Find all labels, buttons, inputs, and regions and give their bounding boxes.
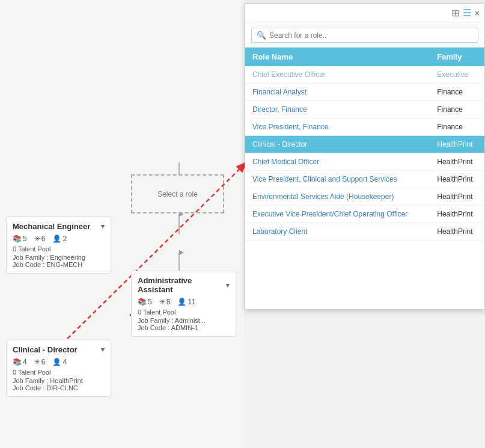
close-button[interactable]: × [475,8,480,18]
chevron-down-icon[interactable]: ▾ [226,281,230,289]
table-row[interactable]: Executive Vice President/Chief Operating… [245,206,484,223]
family-cell: Finance [430,101,484,118]
search-icon: 🔍 [257,31,266,40]
role-name-cell: Financial Analyst [245,84,430,101]
role-name-cell: Chief Executive Officer [245,66,430,84]
role-name-cell: Vice President, Clinical and Support Ser… [245,171,430,188]
card-title: Administrative Assistant [138,276,226,294]
search-input[interactable] [269,31,473,40]
family-cell: HealthPrint [430,223,484,241]
family-cell: Executive [430,66,484,84]
role-name-cell: Laboratory Client [245,223,430,241]
col-family: Family [430,48,484,66]
table-row[interactable]: Laboratory ClientHealthPrint [245,223,484,241]
table-row[interactable]: Environmental Services Aide (Housekeeper… [245,188,484,206]
chevron-down-icon[interactable]: ▾ [101,346,105,354]
search-bar: 🔍 [245,23,484,48]
role-picker-panel: ⊞ ☰ × 🔍 Role Name Family Chief Executive… [245,3,485,310]
table-row[interactable]: Financial AnalystFinance [245,84,484,101]
family-cell: HealthPrint [430,153,484,171]
role-name-cell: Director, Finance [245,101,430,118]
table-row[interactable]: Chief Medical OfficerHealthPrint [245,153,484,171]
list-view-icon[interactable]: ☰ [463,7,471,19]
card-icons: 📚 5 ✳ 8 👤 11 [138,298,230,306]
search-input-wrap[interactable]: 🔍 [251,28,478,43]
job-card-admin-assistant[interactable]: Administrative Assistant ▾ 📚 5 ✳ 8 👤 11 … [131,271,236,337]
gear-icon: ✳ 8 [159,298,171,306]
family-cell: HealthPrint [430,206,484,223]
card-icons: 📚 4 ✳ 6 👤 4 [13,358,105,366]
job-code: Job Code : DIR-CLNC [13,384,105,391]
panel-header: ⊞ ☰ × [245,4,484,23]
book-icon: 📚 5 [13,235,27,243]
role-name-cell: Vice President, Finance [245,118,430,136]
job-card-mech-engineer[interactable]: Mechanical Engineer ▾ 📚 5 ✳ 6 👤 2 0 Tale… [6,216,111,274]
chevron-down-icon[interactable]: ▾ [101,222,105,230]
family-cell: HealthPrint [430,188,484,206]
select-role-placeholder[interactable]: Select a role [131,174,224,213]
talent-pool: 0 Talent Pool [13,369,105,376]
job-family: Job Family : HealthPrint [13,377,105,384]
col-role-name: Role Name [245,48,430,66]
table-row[interactable]: Vice President, FinanceFinance [245,118,484,136]
table-row[interactable]: Vice President, Clinical and Support Ser… [245,171,484,188]
book-icon: 📚 4 [13,358,27,366]
table-header-row: Role Name Family [245,48,484,66]
role-name-cell: Executive Vice President/Chief Operating… [245,206,430,223]
person-icon: 👤 2 [52,235,67,243]
gear-icon: ✳ 6 [34,235,46,243]
job-family: Job Family : Administ... [138,317,230,324]
family-cell: HealthPrint [430,136,484,153]
table-row[interactable]: Clinical - DirectorHealthPrint [245,136,484,153]
table-row[interactable]: Chief Executive OfficerExecutive [245,66,484,84]
person-icon: 👤 4 [52,358,67,366]
person-icon: 👤 11 [177,298,195,306]
role-name-cell: Environmental Services Aide (Housekeeper… [245,188,430,206]
job-code: Job Code : ADMIN-1 [138,324,230,331]
role-name-cell: Chief Medical Officer [245,153,430,171]
grid-view-icon[interactable]: ⊞ [451,7,459,19]
book-icon: 📚 5 [138,298,152,306]
role-table: Role Name Family Chief Executive Officer… [245,48,484,241]
gear-icon: ✳ 6 [34,358,46,366]
card-title: Clinical - Director [13,345,78,354]
family-cell: Finance [430,118,484,136]
card-title: Mechanical Engineer [13,222,90,231]
talent-pool: 0 Talent Pool [13,245,105,253]
family-cell: HealthPrint [430,171,484,188]
job-card-clinical-director[interactable]: Clinical - Director ▾ 📚 4 ✳ 6 👤 4 0 Tale… [6,340,111,397]
select-role-label: Select a role [157,190,198,198]
org-chart-area: ↖ Mechanical Engineer ▾ 📚 5 ✳ 6 👤 2 0 Ta… [0,0,245,448]
card-icons: 📚 5 ✳ 6 👤 2 [13,235,105,243]
talent-pool: 0 Talent Pool [138,308,230,316]
table-row[interactable]: Director, FinanceFinance [245,101,484,118]
job-family: Job Family : Engineering [13,254,105,261]
role-name-cell: Clinical - Director [245,136,430,153]
job-code: Job Code : ENG-MECH [13,261,105,268]
role-table-container[interactable]: Role Name Family Chief Executive Officer… [245,48,484,241]
family-cell: Finance [430,84,484,101]
